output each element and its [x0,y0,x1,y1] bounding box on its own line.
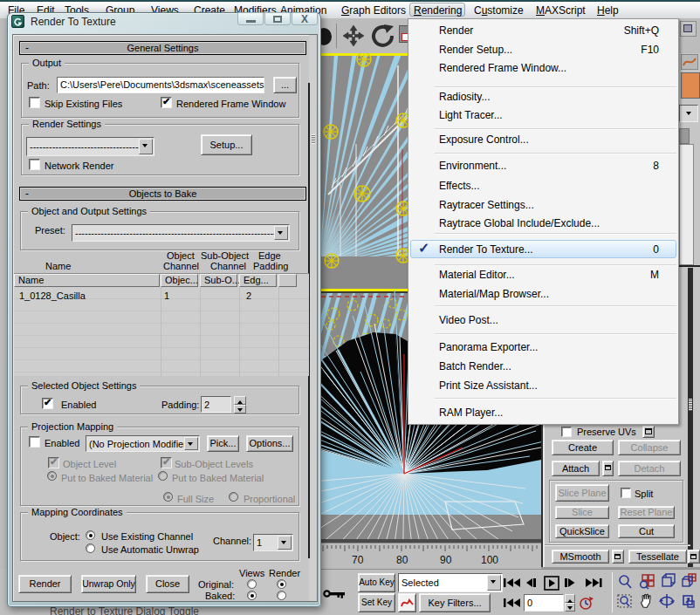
svg-text:90: 90 [440,554,452,566]
svg-text:100: 100 [481,554,498,566]
svg-text:70: 70 [352,554,364,566]
svg-text:80: 80 [396,554,408,566]
